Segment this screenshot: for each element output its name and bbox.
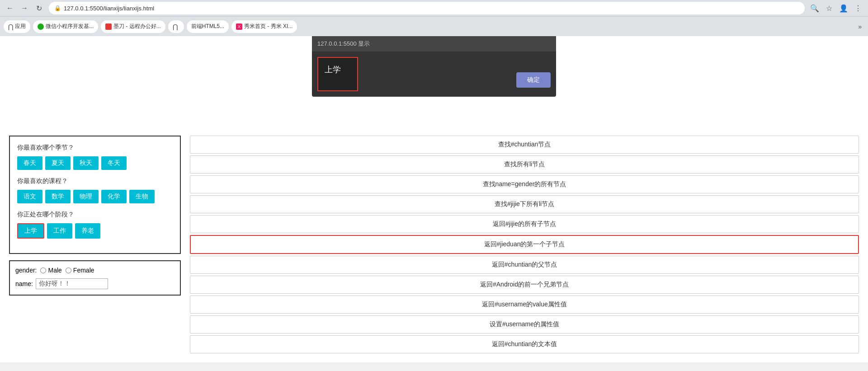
radio-female-label[interactable]: Female [66, 267, 94, 274]
alert-header: 127.0.0.1:5500 显示 [312, 36, 556, 52]
bookmark-html5-label: 前端HTML5... [191, 23, 224, 30]
alert-message: 上学 [325, 64, 341, 75]
back-button[interactable]: ← [4, 2, 16, 14]
name-input[interactable] [36, 278, 108, 289]
gender-section: gender: Male Female name: [9, 260, 181, 296]
forward-button[interactable]: → [18, 2, 31, 14]
address-bar[interactable]: 🔒 127.0.0.1:5500/lianxijs/lianxijs.html [49, 2, 805, 14]
more-bookmarks[interactable]: » [855, 21, 864, 32]
bookmark-html5[interactable]: 前端HTML5... [187, 20, 229, 33]
bookmark-xiumi[interactable]: X 秀米首页 - 秀米 XI... [231, 20, 297, 33]
course-chinese[interactable]: 语文 [17, 190, 42, 203]
question-3-label: 你正处在哪个阶段？ [17, 211, 173, 219]
reload-button[interactable]: ↻ [33, 2, 45, 14]
bookmark-wechat[interactable]: 微信小程序开发基... [33, 20, 98, 33]
stage-retire[interactable]: 养老 [75, 223, 100, 239]
left-panel: 你最喜欢哪个季节？ 春天 夏天 秋天 冬天 你最喜欢的课程？ 语文 数学 物理 … [9, 136, 181, 353]
course-math[interactable]: 数学 [45, 190, 71, 203]
alert-message-box: 上学 [317, 57, 358, 91]
btn-return-username-value[interactable]: 返回#username的value属性值 [190, 296, 859, 314]
bookmark-apps[interactable]: ⋂ 应用 [4, 20, 30, 33]
btn-find-chuntian[interactable]: 查找#chuntian节点 [190, 136, 859, 154]
main-body: 你最喜欢哪个季节？ 春天 夏天 秋天 冬天 你最喜欢的课程？ 语文 数学 物理 … [0, 127, 868, 362]
url-text: 127.0.0.1:5500/lianxijs/lianxijs.html [64, 5, 154, 12]
left-panel-inner: 你最喜欢哪个季节？ 春天 夏天 秋天 冬天 你最喜欢的课程？ 语文 数学 物理 … [9, 136, 181, 254]
radio-male[interactable] [40, 268, 46, 273]
season-summer[interactable]: 夏天 [45, 156, 71, 170]
courses-group: 语文 数学 物理 化学 生物 [17, 190, 173, 203]
season-autumn[interactable]: 秋天 [73, 156, 99, 170]
seasons-group: 春天 夏天 秋天 冬天 [17, 156, 173, 170]
name-row: name: [15, 278, 175, 289]
menu-button[interactable]: ⋮ [852, 2, 864, 14]
stages-group: 上学 工作 养老 [17, 223, 173, 239]
stage-work[interactable]: 工作 [47, 223, 72, 239]
bookmark-modao[interactable]: 墨刀 - 远程办公好... [101, 20, 165, 33]
bookmark-grid[interactable]: ⋂ [168, 20, 184, 33]
course-chemistry[interactable]: 化学 [101, 190, 127, 203]
season-winter[interactable]: 冬天 [101, 156, 127, 170]
course-biology[interactable]: 生物 [129, 190, 155, 203]
radio-male-label[interactable]: Male [40, 267, 61, 274]
browser-chrome: ← → ↻ 🔒 127.0.0.1:5500/lianxijs/lianxijs… [0, 0, 868, 36]
question-1-label: 你最喜欢哪个季节？ [17, 144, 173, 152]
btn-find-all-li[interactable]: 查找所有li节点 [190, 155, 859, 174]
alert-dialog: 127.0.0.1:5500 显示 上学 确定 [312, 36, 556, 97]
season-spring[interactable]: 春天 [17, 156, 42, 170]
alert-actions: 确定 [363, 57, 551, 91]
male-text: Male [48, 267, 61, 274]
bookmark-apps-label: 应用 [15, 23, 26, 30]
btn-return-jijie-children[interactable]: 返回#jijie的所有子节点 [190, 215, 859, 233]
btn-return-chuntian-parent[interactable]: 返回#chuntian的父节点 [190, 256, 859, 274]
name-label: name: [15, 280, 33, 287]
course-physics[interactable]: 物理 [73, 190, 99, 203]
btn-find-name-gender[interactable]: 查找name=gender的所有节点 [190, 175, 859, 193]
search-button[interactable]: 🔍 [808, 2, 821, 14]
right-panel: 查找#chuntian节点 查找所有li节点 查找name=gender的所有节… [190, 136, 859, 353]
nav-buttons: ← → ↻ [4, 2, 45, 14]
browser-actions: 🔍 ☆ 👤 ⋮ [808, 2, 864, 14]
btn-find-jijie-li[interactable]: 查找#jijie下所有li节点 [190, 195, 859, 213]
gender-row: gender: Male Female [15, 267, 175, 274]
gender-label: gender: [15, 267, 37, 274]
female-text: Female [73, 267, 94, 274]
alert-ok-button[interactable]: 确定 [516, 72, 551, 88]
stage-school[interactable]: 上学 [17, 223, 44, 239]
question-2-label: 你最喜欢的课程？ [17, 177, 173, 185]
radio-female[interactable] [66, 268, 71, 273]
bookmark-wechat-label: 微信小程序开发基... [46, 23, 94, 30]
titlebar: ← → ↻ 🔒 127.0.0.1:5500/lianxijs/lianxijs… [0, 0, 868, 16]
btn-set-username-attr[interactable]: 设置#username的属性值 [190, 315, 859, 333]
bookmark-modao-label: 墨刀 - 远程办公好... [113, 23, 161, 30]
btn-return-android-prev-sibling[interactable]: 返回#Android的前一个兄弟节点 [190, 276, 859, 294]
lock-icon: 🔒 [54, 5, 61, 11]
bookmark-button[interactable]: ☆ [823, 2, 835, 14]
bookmark-xiumi-label: 秀米首页 - 秀米 XI... [244, 23, 292, 30]
alert-body: 上学 确定 [312, 52, 556, 97]
alert-header-text: 127.0.0.1:5500 显示 [317, 40, 370, 48]
bookmarks-toolbar: ⋂ 应用 微信小程序开发基... 墨刀 - 远程办公好... ⋂ 前端HTML5… [0, 16, 868, 36]
btn-return-jieduan-first-child[interactable]: 返回#jieduan的第一个子节点 [190, 235, 859, 254]
page-content: 127.0.0.1:5500 显示 上学 确定 你最喜欢哪个季节？ 春天 夏天 … [0, 36, 868, 362]
profile-button[interactable]: 👤 [837, 2, 850, 14]
btn-return-chuntian-text[interactable]: 返回#chuntian的文本值 [190, 335, 859, 353]
